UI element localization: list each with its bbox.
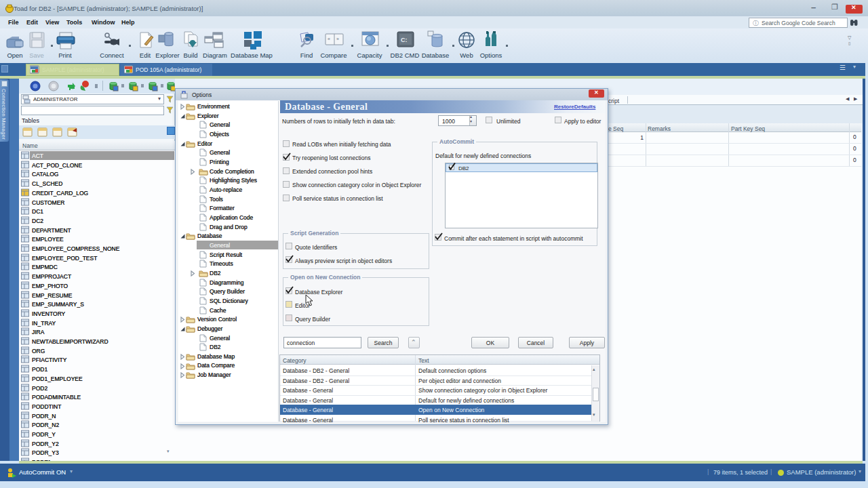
svg-text:»: »: [336, 37, 339, 41]
svg-text:C:: C:: [401, 37, 408, 43]
svg-text:«: «: [328, 37, 330, 41]
